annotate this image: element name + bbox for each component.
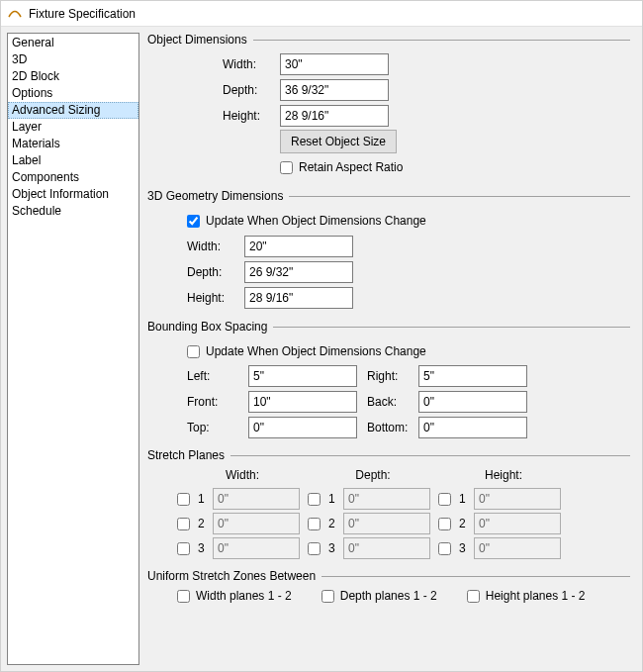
col-header-depth: Depth:: [308, 468, 438, 482]
input-bbox-left[interactable]: [248, 365, 357, 387]
group-title-stretch-planes: Stretch Planes: [147, 448, 230, 462]
label-bbox-bottom: Bottom:: [361, 421, 414, 434]
label-bbox-back: Back:: [361, 395, 414, 409]
window-title: Fixture Specification: [29, 7, 136, 21]
checkbox-3d-update[interactable]: [187, 215, 200, 228]
input-od-height[interactable]: [280, 105, 389, 127]
client-area: General 3D 2D Block Options Advanced Siz…: [1, 27, 642, 671]
label-od-height: Height:: [223, 109, 280, 123]
input-bbox-bottom[interactable]: [418, 417, 527, 438]
reset-object-size-button[interactable]: Reset Object Size: [280, 130, 397, 153]
sidebar-item-layer[interactable]: Layer: [8, 119, 138, 136]
main-panel: Object Dimensions Width: Depth: Height:: [145, 33, 636, 665]
input-bbox-right[interactable]: [418, 365, 527, 387]
input-od-depth[interactable]: [280, 79, 389, 101]
checkbox-sp-d1[interactable]: [308, 493, 321, 506]
group-title-bounding-box: Bounding Box Spacing: [147, 320, 273, 334]
input-sp-h3: [474, 537, 561, 559]
label-usz-width: Width planes 1 - 2: [196, 589, 292, 603]
sidebar-item-options[interactable]: Options: [8, 85, 138, 102]
titlebar: Fixture Specification: [1, 1, 642, 27]
label-3d-update: Update When Object Dimensions Change: [206, 214, 426, 228]
checkbox-sp-h1[interactable]: [438, 493, 451, 506]
checkbox-bbox-update[interactable]: [187, 345, 200, 358]
sidebar-item-2d-block[interactable]: 2D Block: [8, 68, 138, 85]
input-bbox-top[interactable]: [248, 417, 357, 438]
group-title-3d-geometry: 3D Geometry Dimensions: [147, 189, 289, 203]
label-3d-depth: Depth:: [187, 265, 244, 279]
checkbox-usz-height[interactable]: [467, 590, 480, 603]
checkbox-sp-d3[interactable]: [308, 542, 321, 555]
group-object-dimensions: Object Dimensions Width: Depth: Height:: [147, 33, 630, 179]
label-usz-depth: Depth planes 1 - 2: [340, 589, 437, 603]
sidebar-item-materials[interactable]: Materials: [8, 136, 138, 152]
label-od-width: Width:: [223, 57, 280, 71]
app-icon: [7, 4, 29, 23]
sidebar-item-general[interactable]: General: [8, 35, 138, 51]
input-3d-width[interactable]: [244, 236, 353, 257]
group-stretch-planes: Stretch Planes Width: Depth: Height: 1 1…: [147, 448, 630, 559]
col-header-height: Height:: [438, 468, 569, 482]
input-sp-w3: [213, 537, 300, 559]
input-sp-d1: [343, 488, 430, 510]
label-bbox-right: Right:: [361, 369, 414, 383]
input-3d-depth[interactable]: [244, 261, 353, 283]
input-sp-h2: [474, 513, 561, 534]
checkbox-sp-h3[interactable]: [438, 542, 451, 555]
input-sp-d2: [343, 513, 430, 534]
label-3d-width: Width:: [187, 240, 244, 253]
group-3d-geometry: 3D Geometry Dimensions Update When Objec…: [147, 189, 630, 310]
sidebar-item-components[interactable]: Components: [8, 169, 138, 186]
sidebar-item-label[interactable]: Label: [8, 152, 138, 169]
label-bbox-top: Top:: [187, 421, 244, 434]
sidebar-item-advanced-sizing[interactable]: Advanced Sizing: [8, 102, 138, 119]
label-3d-height: Height:: [187, 291, 244, 305]
label-bbox-front: Front:: [187, 395, 244, 409]
label-od-depth: Depth:: [223, 83, 280, 97]
checkbox-sp-w1[interactable]: [177, 493, 190, 506]
label-bbox-update: Update When Object Dimensions Change: [206, 344, 426, 358]
input-bbox-back[interactable]: [418, 391, 527, 413]
input-sp-w2: [213, 513, 300, 534]
input-sp-d3: [343, 537, 430, 559]
group-bounding-box: Bounding Box Spacing Update When Object …: [147, 320, 630, 438]
col-header-width: Width:: [177, 468, 308, 482]
input-3d-height[interactable]: [244, 287, 353, 309]
input-sp-w1: [213, 488, 300, 510]
group-title-usz: Uniform Stretch Zones Between: [147, 569, 322, 583]
checkbox-sp-h2[interactable]: [438, 518, 451, 530]
label-usz-height: Height planes 1 - 2: [486, 589, 586, 603]
category-sidebar: General 3D 2D Block Options Advanced Siz…: [7, 33, 139, 665]
sidebar-item-object-information[interactable]: Object Information: [8, 186, 138, 203]
checkbox-sp-w3[interactable]: [177, 542, 190, 555]
checkbox-retain-aspect-ratio[interactable]: [280, 161, 293, 174]
group-usz: Uniform Stretch Zones Between Width plan…: [147, 569, 630, 603]
sidebar-item-schedule[interactable]: Schedule: [8, 203, 138, 220]
checkbox-sp-w2[interactable]: [177, 518, 190, 530]
group-title-object-dimensions: Object Dimensions: [147, 33, 253, 47]
checkbox-sp-d2[interactable]: [308, 518, 321, 530]
fixture-specification-dialog: Fixture Specification General 3D 2D Bloc…: [0, 0, 643, 672]
checkbox-usz-depth[interactable]: [322, 590, 334, 603]
input-bbox-front[interactable]: [248, 391, 357, 413]
label-retain-aspect-ratio: Retain Aspect Ratio: [299, 160, 403, 174]
label-bbox-left: Left:: [187, 369, 244, 383]
input-od-width[interactable]: [280, 53, 389, 75]
input-sp-h1: [474, 488, 561, 510]
sidebar-item-3d[interactable]: 3D: [8, 51, 138, 68]
checkbox-usz-width[interactable]: [177, 590, 190, 603]
